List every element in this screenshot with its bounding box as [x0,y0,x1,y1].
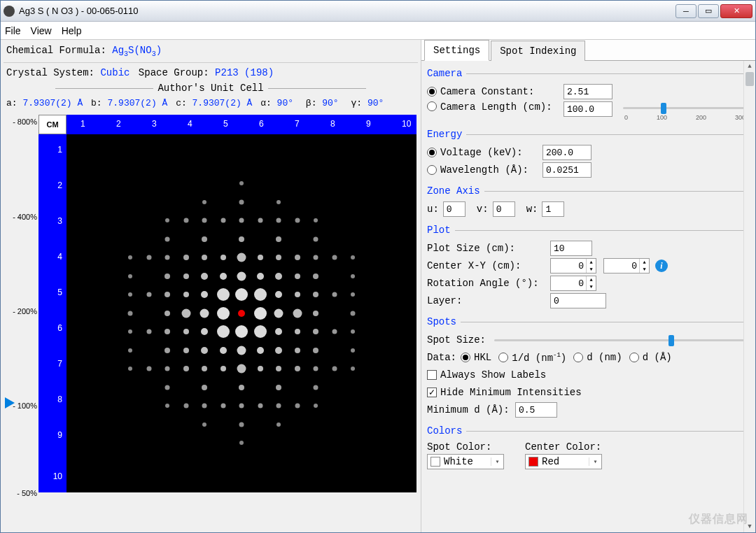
diffraction-spot[interactable] [237,253,246,262]
diffraction-spot[interactable] [237,364,246,374]
diffraction-spot[interactable] [202,255,207,260]
diffraction-spot[interactable] [314,385,318,390]
zoom-slider[interactable]: 800% 400% 200% 100% 50% [4,115,38,492]
diffraction-spot[interactable] [351,274,355,278]
tab-spot-indexing[interactable]: Spot Indexing [491,41,585,61]
layer-input[interactable] [550,293,606,308]
diffraction-spot[interactable] [257,273,264,280]
diffraction-spot[interactable] [146,367,151,371]
scroll-thumb[interactable] [746,72,754,86]
menu-view[interactable]: View [31,25,52,36]
zoom-pointer-icon[interactable] [5,397,15,408]
diffraction-spot[interactable] [202,218,207,223]
diffraction-spot[interactable] [276,422,281,427]
voltage-input[interactable] [542,145,592,160]
diffraction-spot[interactable] [237,346,246,355]
diffraction-spot[interactable] [202,366,207,371]
diffraction-spot[interactable] [220,404,225,408]
camera-length-input[interactable] [564,101,612,117]
diffraction-spot[interactable] [164,348,170,353]
diffraction-spot[interactable] [351,348,355,353]
diffraction-spot[interactable] [128,329,132,334]
diffraction-spot[interactable] [295,255,300,260]
center-spot[interactable] [238,310,245,317]
diffraction-spot[interactable] [183,366,189,371]
diffraction-spot[interactable] [202,385,207,390]
diffraction-spot[interactable] [235,325,248,338]
diffraction-spot[interactable] [220,273,227,280]
center-x-spinner[interactable]: ▲▼ [550,258,596,273]
diffraction-spot[interactable] [254,288,267,301]
diffraction-spot[interactable] [165,385,170,390]
diffraction-spot[interactable] [201,273,208,280]
scroll-down-icon[interactable]: ▼ [744,521,755,532]
data-1d-radio[interactable] [498,353,508,362]
diffraction-spot[interactable] [201,291,208,298]
diffraction-spot[interactable] [165,255,170,260]
diffraction-spot[interactable] [217,288,230,301]
diffraction-spot[interactable] [351,255,355,260]
diffraction-spot[interactable] [332,292,337,297]
diffraction-spot[interactable] [128,311,133,315]
diffraction-spot[interactable] [146,329,151,334]
diffraction-spot[interactable] [295,218,300,223]
diffraction-spot[interactable] [202,404,207,408]
diffraction-spot[interactable] [239,218,244,223]
wavelength-input[interactable] [542,162,592,178]
diffraction-spot[interactable] [314,367,318,371]
menu-help[interactable]: Help [62,25,82,36]
data-dnm-radio[interactable] [573,353,583,362]
diffraction-spot[interactable] [239,199,244,204]
diffraction-spot[interactable] [295,366,300,371]
diffraction-spot[interactable] [220,255,226,260]
diffraction-spot[interactable] [183,348,189,353]
diffraction-spot[interactable] [181,308,190,318]
diffraction-spot[interactable] [276,366,281,371]
maximize-button[interactable]: ▭ [698,4,719,18]
diffraction-spot[interactable] [183,329,189,334]
center-y-spinner[interactable]: ▲▼ [603,258,650,273]
hide-min-checkbox[interactable]: ✓ [427,388,437,397]
diffraction-spot[interactable] [164,292,170,297]
close-button[interactable]: ✕ [720,4,752,18]
diffraction-spot[interactable] [258,404,262,408]
diffraction-spot[interactable] [351,292,355,297]
voltage-radio[interactable] [427,148,437,157]
diffraction-spot[interactable] [220,218,225,223]
diffraction-spot[interactable] [254,325,267,338]
minimize-button[interactable]: ─ [676,4,696,18]
camera-length-slider[interactable] [623,101,747,114]
diffraction-spot[interactable] [202,422,206,427]
diffraction-spot[interactable] [332,255,337,260]
diffraction-spot[interactable] [128,367,132,371]
diffraction-spot[interactable] [314,255,318,260]
rotation-spinner[interactable]: ▲▼ [550,276,596,291]
diffraction-spot[interactable] [128,255,132,260]
diffraction-spot[interactable] [276,404,281,408]
diffraction-spot[interactable] [202,200,206,204]
diffraction-spot[interactable] [183,273,189,279]
wavelength-radio[interactable] [427,165,437,175]
diffraction-spot[interactable] [165,404,169,408]
diffraction-spot[interactable] [276,200,281,204]
diffraction-spot[interactable] [202,236,207,242]
diffraction-spot[interactable] [295,292,300,297]
diffraction-spot[interactable] [183,404,188,408]
diffraction-spot[interactable] [295,348,300,353]
diffraction-spot[interactable] [313,348,318,353]
diffraction-spot[interactable] [165,367,170,371]
diffraction-spot[interactable] [239,441,244,445]
camera-length-radio[interactable] [427,101,437,111]
diffraction-spot[interactable] [295,404,300,408]
diffraction-spot[interactable] [276,218,281,223]
diffraction-spot[interactable] [201,347,208,354]
v-input[interactable] [493,201,515,217]
diffraction-spot[interactable] [146,255,151,260]
center-color-dropdown[interactable]: Red ▾ [525,454,602,469]
diffraction-spot[interactable] [258,366,263,371]
diffraction-spot[interactable] [313,311,318,316]
scroll-up-icon[interactable]: ▲ [744,61,755,72]
diffraction-spot[interactable] [276,236,281,242]
settings-scrollbar[interactable]: ▲ ▼ [743,61,755,532]
diffraction-spot[interactable] [293,308,302,318]
